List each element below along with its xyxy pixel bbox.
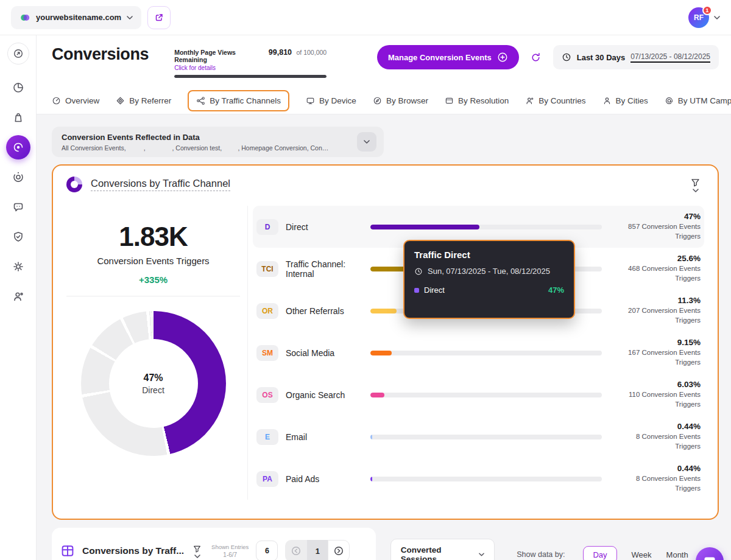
channel-count: 468 Conversion Events Triggers [609, 264, 701, 283]
tab-by-device[interactable]: By Device [306, 96, 356, 105]
channel-row[interactable]: E Email 0.44% 8 Conversion Events Trigge… [253, 416, 704, 458]
channel-row[interactable]: SM Social Media 9.15% 167 Conversion Eve… [253, 332, 704, 374]
sidebar-item-dashboard[interactable] [7, 43, 29, 65]
events-bar-subtitle: All Conversion Events, , , Conversion te… [62, 144, 330, 152]
prev-page-button[interactable] [285, 540, 307, 560]
pie-chart-icon [12, 82, 24, 94]
table-filter-button[interactable] [192, 544, 202, 558]
period-month[interactable]: Month [666, 550, 688, 559]
channel-bar-fill [370, 309, 397, 313]
channel-label: Organic Search [286, 390, 370, 400]
monthly-views-widget: Monthly Page Views Remaining 99,810 of 1… [174, 45, 327, 78]
account-menu[interactable]: RF 1 [688, 7, 720, 28]
channel-bar-fill [370, 477, 372, 481]
period-day[interactable]: Day [583, 546, 616, 560]
chevron-down-icon [194, 555, 200, 558]
tab-label: Overview [65, 96, 99, 105]
donut-center-value: 47% [143, 373, 163, 383]
sidebar-item-communication[interactable] [6, 195, 30, 219]
channel-percent: 11.3% [609, 296, 701, 305]
donut-center: 47% Direct [109, 339, 198, 428]
tab-label: By UTM Campaign [678, 96, 731, 105]
manage-button-label: Manage Conversion Events [388, 53, 492, 62]
tabs-row: Overview By Referrer By Traffic Channels… [52, 87, 719, 114]
diamond-icon [116, 96, 125, 105]
gear-icon [12, 261, 24, 273]
channel-bar-track [370, 477, 602, 481]
orbit-icon [12, 171, 24, 183]
period-week[interactable]: Week [632, 550, 652, 559]
sidebar-item-settings[interactable] [6, 254, 30, 279]
tab-label: By Device [319, 96, 356, 105]
summary-stats: 1.83K Conversion Events Triggers +335% 4… [66, 206, 240, 500]
clock-icon [414, 267, 423, 276]
conversions-table-card: Conversions by Traff... Shown Entries 1-… [52, 528, 376, 560]
tab-by-traffic-channels[interactable]: By Traffic Channels [188, 90, 289, 111]
person-share-icon [12, 290, 24, 303]
chat-widget-icon [703, 555, 716, 560]
arrow-left-circle-icon [291, 545, 302, 556]
at-icon [665, 96, 674, 105]
tab-by-cities[interactable]: By Cities [602, 96, 648, 105]
channel-badge: E [256, 429, 278, 445]
sidebar-item-privacy[interactable] [6, 225, 30, 249]
channel-count: 8 Conversion Events Triggers [609, 474, 701, 493]
tab-by-resolution[interactable]: By Resolution [445, 96, 509, 105]
channel-bar-track [370, 351, 602, 355]
filter-funnel-icon [192, 544, 202, 553]
channel-label: Direct [286, 222, 370, 232]
tab-by-referrer[interactable]: By Referrer [116, 96, 171, 105]
page-header: Conversions Monthly Page Views Remaining… [37, 35, 731, 114]
tab-by-browser[interactable]: By Browser [373, 96, 428, 105]
events-bar-title: Conversion Events Reflected in Data [62, 133, 330, 142]
conversions-by-traffic-channel-card: Conversions by Traffic Channel 1.83K Con… [52, 164, 719, 520]
manage-conversion-events-button[interactable]: Manage Conversion Events [377, 45, 519, 69]
metric-select[interactable]: Converted Sessions [390, 539, 495, 560]
rows-per-page-select[interactable]: 6 [256, 541, 278, 560]
tab-label: By Cities [616, 96, 648, 105]
change-percent: +335% [66, 275, 240, 285]
channel-row[interactable]: PA Paid Ads 0.44% 8 Conversion Events Tr… [253, 458, 704, 500]
current-page[interactable]: 1 [307, 540, 328, 560]
channel-bar-track [370, 435, 602, 439]
site-logo-icon [19, 12, 30, 23]
open-website-button[interactable] [147, 6, 171, 29]
tab-by-utm-campaign[interactable]: By UTM Campaign [665, 96, 731, 105]
chevron-down-icon [364, 140, 370, 144]
tab-label: By Referrer [129, 96, 171, 105]
channel-bar-track [370, 393, 602, 397]
sidebar-item-ecommerce[interactable] [6, 105, 30, 130]
date-range-value: 07/13/2025 - 08/12/2025 [630, 52, 710, 63]
channel-row[interactable]: OS Organic Search 6.03% 110 Conversion E… [253, 374, 704, 416]
sidebar-item-remarketing[interactable] [6, 165, 30, 189]
dashboard-icon [13, 48, 24, 59]
tab-label: By Resolution [458, 96, 509, 105]
frame-icon [445, 96, 454, 105]
chevron-down-icon [693, 189, 699, 192]
sidebar-item-conversions[interactable] [6, 135, 30, 159]
date-range-picker[interactable]: Last 30 Days 07/13/2025 - 08/12/2025 [553, 45, 719, 69]
table-icon [60, 544, 75, 558]
tab-overview[interactable]: Overview [52, 96, 99, 105]
show-data-by-label: Show data by: [517, 550, 565, 559]
tab-by-countries[interactable]: By Countries [525, 96, 585, 105]
total-conversions-value: 1.83K [66, 222, 240, 252]
next-page-button[interactable] [328, 540, 350, 560]
bottom-controls: Converted Sessions Show data by: DayWeek… [390, 539, 719, 560]
sidebar-item-analytics[interactable] [6, 75, 30, 100]
views-details-link[interactable]: Click for details [174, 65, 327, 71]
sidebar-item-account[interactable] [6, 284, 30, 309]
channel-label: Paid Ads [286, 474, 370, 484]
metric-select-value: Converted Sessions [401, 545, 472, 560]
person-pin-icon [525, 96, 534, 105]
refresh-button[interactable] [524, 46, 548, 69]
events-bar-expand-button[interactable] [357, 132, 376, 152]
device-icon [306, 96, 315, 105]
main-area: Conversions Monthly Page Views Remaining… [37, 35, 731, 560]
channel-percent: 0.44% [609, 464, 701, 473]
website-selector[interactable]: yourwebsitename.com [11, 6, 141, 29]
filter-funnel-icon [690, 177, 701, 187]
sidebar [0, 35, 37, 560]
chart-filter-button[interactable] [690, 177, 704, 192]
channel-bar-fill [370, 435, 372, 439]
